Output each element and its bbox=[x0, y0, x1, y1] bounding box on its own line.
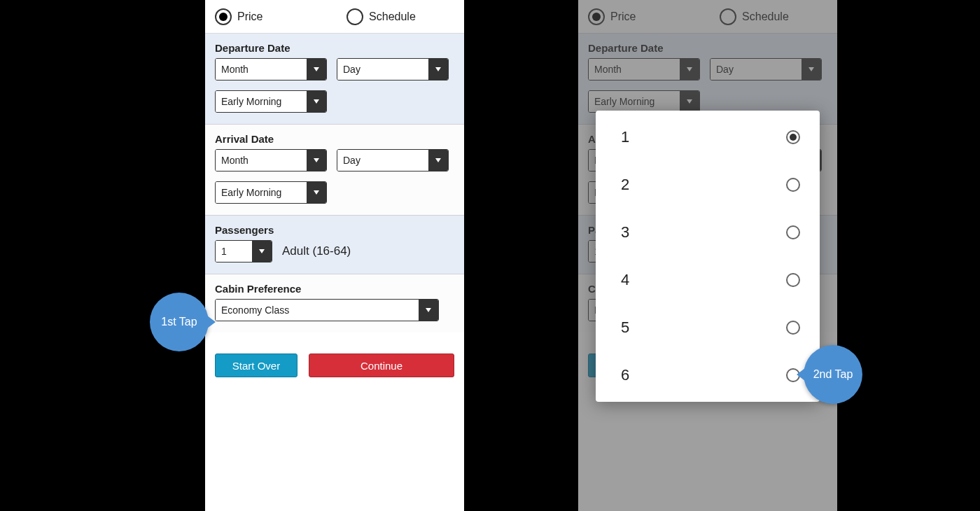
chevron-down-icon bbox=[307, 182, 326, 203]
sort-price-label: Price bbox=[237, 10, 262, 23]
radio-selected-icon bbox=[786, 130, 800, 144]
chevron-down-icon bbox=[307, 59, 326, 80]
passenger-count-popup: 1 2 3 4 5 6 bbox=[596, 111, 820, 402]
chevron-down-icon bbox=[428, 59, 448, 80]
chevron-down-icon bbox=[428, 150, 448, 171]
cabin-preference-value: Economy Class bbox=[216, 300, 419, 321]
departure-month-select[interactable]: Month bbox=[215, 58, 327, 80]
left-screenshot: Price Schedule Departure Date Month Day bbox=[205, 0, 464, 511]
radio-unselected-icon bbox=[786, 225, 800, 239]
radio-unselected-icon bbox=[786, 178, 800, 192]
departure-month-value: Month bbox=[216, 59, 307, 80]
radio-unselected-icon bbox=[346, 8, 363, 25]
start-over-button[interactable]: Start Over bbox=[215, 354, 298, 377]
passengers-count-select[interactable]: 1 bbox=[215, 240, 272, 262]
departure-section: Departure Date Month Day Early Morning bbox=[205, 34, 464, 125]
popup-option-4[interactable]: 4 bbox=[596, 256, 820, 304]
radio-unselected-icon bbox=[786, 273, 800, 287]
chevron-down-icon bbox=[307, 150, 326, 171]
departure-time-value: Early Morning bbox=[216, 91, 307, 112]
popup-option-label: 3 bbox=[621, 223, 629, 241]
popup-option-label: 4 bbox=[621, 271, 629, 289]
passengers-age-group: Adult (16-64) bbox=[282, 244, 351, 258]
popup-option-label: 6 bbox=[621, 366, 629, 384]
passengers-label: Passengers bbox=[215, 224, 454, 236]
arrival-month-value: Month bbox=[216, 150, 307, 171]
radio-unselected-icon bbox=[786, 321, 800, 335]
arrival-section: Arrival Date Month Day Early Morning bbox=[205, 125, 464, 216]
departure-day-value: Day bbox=[337, 59, 428, 80]
sort-schedule-option[interactable]: Schedule bbox=[346, 8, 416, 25]
chevron-down-icon bbox=[252, 241, 272, 262]
button-row: Start Over Continue bbox=[205, 332, 464, 391]
chevron-down-icon bbox=[307, 91, 326, 112]
popup-option-5[interactable]: 5 bbox=[596, 304, 820, 351]
popup-option-2[interactable]: 2 bbox=[596, 161, 820, 209]
popup-option-label: 2 bbox=[621, 176, 629, 194]
popup-option-6[interactable]: 6 bbox=[596, 351, 820, 399]
arrival-day-value: Day bbox=[337, 150, 428, 171]
arrival-date-label: Arrival Date bbox=[215, 133, 454, 145]
arrival-time-value: Early Morning bbox=[216, 182, 307, 203]
passengers-count-value: 1 bbox=[216, 241, 252, 262]
cabin-section: Cabin Preference Economy Class bbox=[205, 274, 464, 332]
departure-date-label: Departure Date bbox=[215, 42, 454, 54]
right-screenshot: Price Schedule Departure Date Month Day bbox=[578, 0, 837, 511]
sort-schedule-label: Schedule bbox=[369, 10, 416, 23]
departure-time-select[interactable]: Early Morning bbox=[215, 90, 327, 113]
popup-option-label: 1 bbox=[621, 128, 629, 146]
popup-option-label: 5 bbox=[621, 318, 629, 337]
sort-row: Price Schedule bbox=[205, 0, 464, 34]
tap-badge-first: 1st Tap bbox=[150, 293, 209, 351]
popup-option-1[interactable]: 1 bbox=[596, 113, 820, 161]
continue-button[interactable]: Continue bbox=[309, 354, 454, 377]
arrival-day-select[interactable]: Day bbox=[337, 149, 449, 172]
cabin-preference-select[interactable]: Economy Class bbox=[215, 299, 439, 321]
departure-day-select[interactable]: Day bbox=[337, 58, 449, 80]
cabin-preference-label: Cabin Preference bbox=[215, 283, 454, 295]
popup-option-3[interactable]: 3 bbox=[596, 209, 820, 256]
chevron-down-icon bbox=[419, 300, 438, 321]
arrival-month-select[interactable]: Month bbox=[215, 149, 327, 172]
passengers-section: Passengers 1 Adult (16-64) bbox=[205, 216, 464, 274]
arrival-time-select[interactable]: Early Morning bbox=[215, 181, 327, 204]
radio-selected-icon bbox=[215, 8, 232, 25]
tap-badge-second: 2nd Tap bbox=[804, 345, 862, 404]
sort-price-option[interactable]: Price bbox=[215, 8, 346, 25]
